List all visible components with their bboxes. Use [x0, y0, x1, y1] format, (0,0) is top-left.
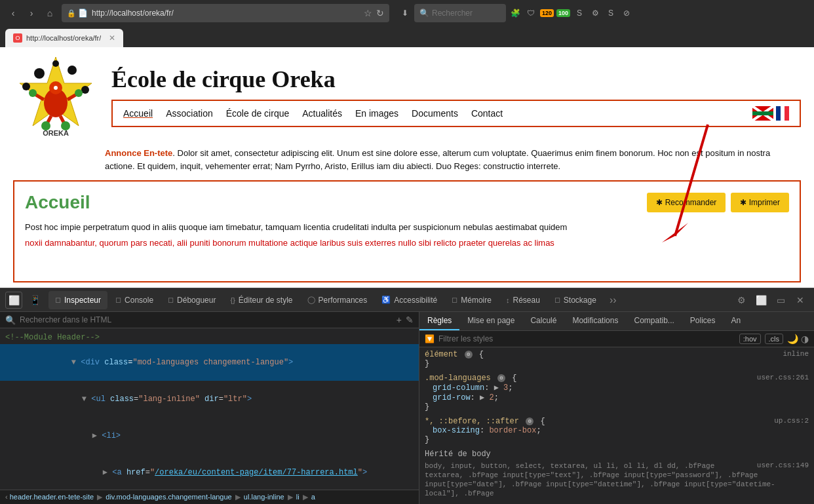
html-line: <!--Module Header-->	[0, 331, 419, 344]
nav-item-actualites[interactable]: Actualités	[302, 108, 342, 119]
address-input[interactable]	[92, 9, 360, 18]
devtools-expand-button[interactable]: ⬜	[752, 292, 769, 309]
address-bar-icons: 🔒 📄	[67, 9, 88, 18]
devtools-tab-console[interactable]: ◻ Console	[109, 291, 160, 309]
inspect-toggle[interactable]: ⬜	[5, 292, 22, 309]
svg-point-12	[29, 89, 37, 97]
svg-text:OREKA: OREKA	[43, 129, 69, 137]
forward-button[interactable]: ›	[24, 5, 39, 21]
counter-badge-2: 100	[556, 9, 570, 17]
memory-icon: ◻	[452, 296, 457, 304]
breadcrumb-item[interactable]: header.header.en-tete-site	[10, 493, 94, 501]
class-state-button[interactable]: .cls	[765, 334, 784, 344]
html-line-selected[interactable]: ▼ <div class="mod-languages changement-l…	[0, 344, 419, 381]
css-filter-icons: 🌙 ◑	[787, 334, 809, 344]
page-text: Post hoc impie perpetratum quod in aliis…	[25, 221, 789, 249]
devtools-dock-button[interactable]: ▭	[772, 292, 789, 309]
tab-close-button[interactable]: ✕	[109, 33, 115, 43]
recommend-button[interactable]: ✱ Recommander	[647, 193, 726, 212]
nav-item-association[interactable]: Association	[166, 108, 213, 119]
html-line: ▶ <li>	[0, 417, 419, 454]
css-tab-layout[interactable]: Mise en page	[459, 312, 522, 330]
contrast-icon[interactable]: ◑	[801, 334, 809, 344]
devtools-tab-storage[interactable]: ◻ Stockage	[548, 291, 603, 309]
devtools-tab-performance[interactable]: ◯ Performances	[301, 291, 374, 309]
nav-item-ecole[interactable]: École de cirque	[226, 108, 290, 119]
search-icon: 🔍	[5, 315, 16, 325]
sync-icon[interactable]: S	[573, 7, 586, 20]
nav-item-images[interactable]: En images	[355, 108, 398, 119]
download-icon[interactable]: ⬇	[398, 7, 412, 20]
devtools-tab-network[interactable]: ↕ Réseau	[499, 291, 547, 309]
css-tab-fonts[interactable]: Polices	[682, 312, 724, 330]
devtools-close-button[interactable]: ✕	[792, 292, 809, 309]
html-search-input[interactable]	[20, 315, 393, 324]
devtools-settings-button[interactable]: ⚙	[733, 292, 750, 309]
devtools-main: 🔍 + ✎ <!--Module Header--> ▼ <div class=…	[0, 312, 814, 504]
svg-point-4	[52, 60, 59, 67]
devtools-tabs: ⬜ 📱 ◻ Inspecteur ◻ Console ◻ Débogueur {…	[0, 288, 814, 312]
shield-icon[interactable]: 🛡	[524, 7, 537, 20]
breadcrumb-item[interactable]: div.mod-languages.changement-langue	[106, 493, 231, 501]
responsive-toggle[interactable]: 📱	[26, 292, 43, 309]
settings-icon[interactable]: ⚙	[589, 7, 602, 20]
more-tabs-button[interactable]: ››	[604, 294, 622, 306]
extensions-icon[interactable]: 🧩	[509, 7, 522, 20]
css-settings-gear[interactable]: ⚙	[465, 351, 473, 359]
home-button[interactable]: ⌂	[42, 5, 58, 21]
basque-flag[interactable]	[752, 106, 773, 121]
html-content[interactable]: <!--Module Header--> ▼ <div class="mod-l…	[0, 328, 419, 490]
css-tab-compat[interactable]: Compatib...	[626, 312, 682, 330]
css-tab-rules[interactable]: Règles	[419, 312, 459, 330]
css-panel: Règles Mise en page Calculé Modification…	[419, 312, 814, 504]
svg-point-16	[54, 86, 58, 90]
france-flag[interactable]	[776, 106, 789, 121]
browser-tab[interactable]: O http://localhost/oreka/fr/ ✕	[5, 29, 123, 47]
nav-item-documents[interactable]: Documents	[412, 108, 458, 119]
tab-favicon: O	[13, 33, 22, 43]
devtools-tab-style-editor[interactable]: {} Éditeur de style	[223, 291, 299, 309]
website-content: OREKA École de cirque Oreka Accueil Asso…	[0, 47, 814, 288]
dark-mode-icon[interactable]: 🌙	[787, 334, 798, 344]
devtools-tab-inspector[interactable]: ◻ Inspecteur	[48, 291, 107, 309]
devtools-actions-right: ⚙ ⬜ ▭ ✕	[733, 292, 809, 309]
back-button[interactable]: ‹	[5, 5, 21, 21]
css-tab-animations[interactable]: An	[724, 312, 749, 330]
html-pick-element-button[interactable]: ✎	[406, 315, 414, 325]
breadcrumb-item[interactable]: a	[311, 493, 315, 501]
filter-icon: 🔽	[425, 334, 435, 343]
css-settings-gear-2[interactable]: ⚙	[497, 374, 505, 382]
devtools-tab-accessibility[interactable]: ♿ Accessibilité	[375, 291, 444, 309]
announcement-label: Annonce En-tete	[105, 148, 172, 158]
html-add-node-button[interactable]: +	[397, 315, 402, 325]
action-buttons: ✱ Recommander ✱ Imprimer	[647, 193, 789, 212]
svg-rect-24	[781, 106, 785, 121]
css-tab-computed[interactable]: Calculé	[522, 312, 564, 330]
block-icon[interactable]: ⊘	[620, 7, 633, 20]
css-settings-gear-3[interactable]: ⚙	[526, 417, 533, 425]
devtools-tab-memory[interactable]: ◻ Mémoire	[445, 291, 498, 309]
memory-label: Mémoire	[461, 296, 492, 305]
page-title: Accueil	[25, 192, 647, 213]
bookmark-icon[interactable]: ☆	[364, 8, 372, 18]
breadcrumb-item[interactable]: li	[296, 493, 300, 501]
print-button[interactable]: ✱ Imprimer	[731, 193, 789, 212]
accessibility-label: Accessibilité	[394, 296, 437, 305]
refresh-icon[interactable]: ↻	[376, 8, 384, 18]
css-content: inline élément ⚙ { } user.css:261 .mod-l…	[419, 347, 814, 504]
breadcrumb-item[interactable]: ul.lang-inline	[244, 493, 284, 501]
html-search-actions: + ✎	[397, 315, 414, 325]
devtools-tab-debugger[interactable]: ◻ Débogueur	[161, 291, 222, 309]
toolbar-right: ⬇ 🔍 🧩 🛡 120 100 S ⚙ S ⊘	[398, 4, 633, 22]
nav-item-contact[interactable]: Contact	[471, 108, 503, 119]
css-filter-bar: 🔽 :hov .cls 🌙 ◑	[419, 331, 814, 347]
console-icon: ◻	[115, 296, 121, 304]
svg-rect-22	[752, 111, 773, 115]
nav-item-accueil[interactable]: Accueil	[123, 108, 153, 119]
style-editor-label: Éditeur de style	[239, 296, 293, 305]
css-tab-changes[interactable]: Modifications	[564, 312, 626, 330]
hover-state-button[interactable]: :hov	[739, 334, 761, 344]
profile-icon[interactable]: S	[604, 7, 617, 20]
inherited-selector: body, input, button, select, textarea, u…	[425, 462, 775, 497]
css-filter-input[interactable]	[438, 334, 735, 343]
